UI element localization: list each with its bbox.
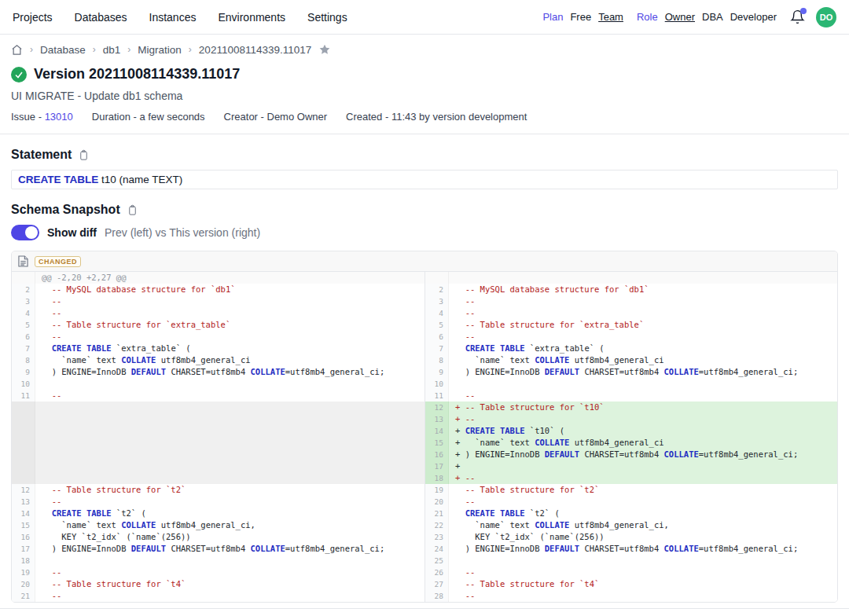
line-number: 10 [12, 378, 35, 390]
role-developer-link[interactable]: Developer [730, 11, 777, 23]
line-number: 16 [425, 449, 449, 460]
line-number: 21 [12, 590, 35, 602]
version-subtitle: UI MIGRATE - Update db1 schema [11, 90, 838, 102]
line-number [12, 402, 35, 413]
diff-cell-right: 15+ `name` text COLLATE utf8mb4_general_… [424, 437, 837, 449]
role-link[interactable]: Role [637, 11, 658, 23]
line-number: 23 [425, 531, 449, 543]
code-line: -- [449, 307, 837, 319]
diff-row: 8 `name` text COLLATE utf8mb4_general_ci… [12, 354, 837, 366]
diff-row: 4 --4 -- [12, 307, 837, 319]
line-number: 19 [12, 566, 35, 578]
diff-row: 11 --11 -- [12, 390, 837, 402]
diff-cell-right: 11 -- [424, 390, 837, 402]
breadcrumb-version[interactable]: 20211008114339.11017 [199, 44, 311, 56]
line-number: 4 [12, 307, 35, 319]
diff-cell-left: 11 -- [12, 390, 424, 402]
diff-cell-left: 9 ) ENGINE=InnoDB DEFAULT CHARSET=utf8mb… [12, 366, 424, 378]
line-number: 11 [425, 390, 449, 402]
breadcrumb-migration[interactable]: Migration [138, 44, 182, 56]
team-link[interactable]: Team [598, 11, 623, 23]
diff-cell-right: 14+ CREATE TABLE `t10` ( [424, 425, 837, 437]
line-number: 19 [425, 484, 449, 496]
diff-cell-left [12, 425, 424, 437]
plan-value: Free [570, 11, 591, 23]
diff-row: 6 --6 -- [12, 331, 837, 343]
code-line [35, 413, 424, 425]
line-number: 5 [12, 319, 35, 331]
code-line: -- [35, 307, 424, 319]
diff-cell-right: 16+ ) ENGINE=InnoDB DEFAULT CHARSET=utf8… [424, 449, 837, 460]
home-icon[interactable] [11, 44, 23, 56]
code-line: -- [449, 590, 837, 602]
line-number: 22 [425, 519, 449, 531]
show-diff-label: Show diff [47, 226, 97, 239]
line-number: 13 [425, 413, 449, 425]
code-line: -- Table structure for `extra_table` [449, 319, 837, 331]
diff-cell-left: 20 -- Table structure for `t4` [12, 578, 424, 590]
line-number: 11 [12, 390, 35, 402]
diff-cell-left: 4 -- [12, 307, 424, 319]
diff-cell-right [424, 272, 837, 284]
meta-creator: Creator - Demo Owner [224, 111, 327, 123]
breadcrumb-db1[interactable]: db1 [103, 44, 121, 56]
nav-item-environments[interactable]: Environments [218, 11, 285, 24]
nav-item-projects[interactable]: Projects [13, 11, 53, 24]
breadcrumb-separator: › [189, 44, 192, 55]
diff-cell-right: 12+ -- Table structure for `t10` [424, 402, 837, 413]
line-number: 9 [425, 366, 449, 378]
diff-row: 3 --3 -- [12, 295, 837, 307]
line-number: 7 [425, 343, 449, 354]
show-diff-toggle[interactable] [11, 225, 39, 240]
code-line [35, 437, 424, 449]
version-meta-row: Issue - 13010 Duration - a few seconds C… [11, 111, 838, 123]
copy-snapshot-icon[interactable] [127, 204, 138, 216]
diff-cell-left: 17 ) ENGINE=InnoDB DEFAULT CHARSET=utf8m… [12, 543, 424, 555]
statement-heading: Statement [11, 148, 72, 162]
code-line: + -- [449, 472, 837, 484]
diff-table: @@ -2,20 +2,27 @@2 -- MySQL database str… [12, 272, 837, 602]
diff-cell-right: 18+ -- [424, 472, 837, 484]
code-line: -- Table structure for `extra_table` [35, 319, 424, 331]
code-line [449, 555, 837, 566]
diff-cell-right: 19 -- Table structure for `t2` [424, 484, 837, 496]
role-dba-link[interactable]: DBA [702, 11, 723, 23]
diff-cell-right: 2 -- MySQL database structure for `db1` [424, 284, 837, 295]
diff-row: 19 --26 -- [12, 566, 837, 578]
line-number: 9 [12, 366, 35, 378]
notification-bell-icon[interactable] [790, 9, 806, 25]
toggle-knob [25, 226, 38, 239]
breadcrumb-database[interactable]: Database [40, 44, 86, 56]
avatar[interactable]: DO [816, 7, 836, 28]
plan-link[interactable]: Plan [542, 11, 563, 23]
diff-cell-left: 7 CREATE TABLE `extra_table` ( [12, 343, 424, 354]
line-number: 14 [12, 508, 35, 519]
copy-statement-icon[interactable] [78, 149, 90, 161]
schema-diff-card: CHANGED @@ -2,20 +2,27 @@2 -- MySQL data… [11, 251, 838, 603]
favorite-star-icon[interactable] [318, 43, 331, 56]
diff-cell-left: 14 CREATE TABLE `t2` ( [12, 508, 424, 519]
line-number [425, 272, 449, 284]
code-line: -- [449, 331, 837, 343]
line-number: 2 [12, 284, 35, 295]
issue-link[interactable]: 13010 [45, 111, 73, 123]
diff-cell-right: 23 KEY `t2_idx` (`name`(256)) [424, 531, 837, 543]
role-owner-link[interactable]: Owner [665, 11, 695, 23]
diff-cell-left: 6 -- [12, 331, 424, 343]
diff-cell-left [12, 449, 424, 460]
version-title-row: Version 20211008114339.11017 [11, 66, 838, 82]
changed-status-badge: CHANGED [35, 256, 81, 267]
code-line: ) ENGINE=InnoDB DEFAULT CHARSET=utf8mb4 … [449, 366, 837, 378]
issue-label: Issue - [11, 111, 42, 123]
meta-duration: Duration - a few seconds [92, 111, 205, 123]
line-number: 3 [12, 295, 35, 307]
nav-item-databases[interactable]: Databases [75, 11, 127, 24]
line-number: 26 [425, 566, 449, 578]
nav-item-instances[interactable]: Instances [149, 11, 197, 24]
diff-hint-label: Prev (left) vs This version (right) [105, 226, 260, 239]
code-line: -- [35, 496, 424, 508]
diff-row: 10 10 [12, 378, 837, 390]
statement-section-header: Statement [11, 148, 838, 162]
code-line: `name` text COLLATE utf8mb4_general_ci [449, 354, 837, 366]
nav-item-settings[interactable]: Settings [307, 11, 347, 24]
